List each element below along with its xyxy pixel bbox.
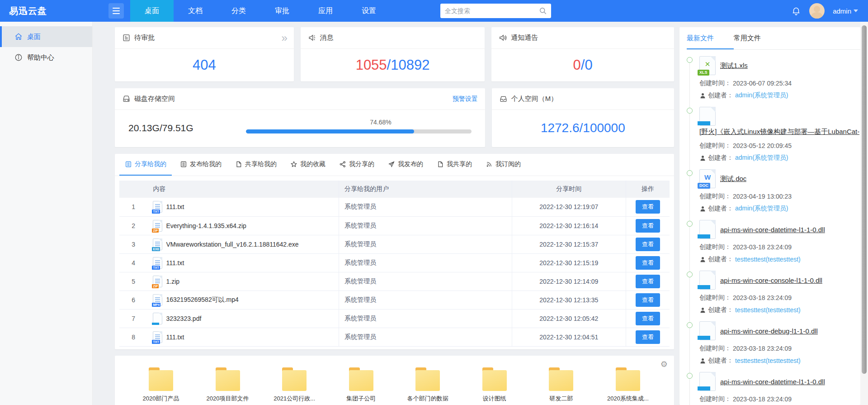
file-name[interactable]: 111.txt [166,203,184,210]
app-logo: 易迅云盘 [0,5,108,17]
share-time: 2022-12-30 12:14:09 [512,272,626,291]
inbox-icon [499,95,508,103]
table-row: 1 TXT111.txt 系统管理员 2022-12-30 12:19:07 查… [119,198,670,216]
creator-link[interactable]: testtesttest(testtesttest) [735,306,801,314]
folder-item[interactable]: 2021公司行政... [267,367,321,403]
file-link[interactable]: 测试1.xls [720,62,748,70]
share-user: 系统管理员 [339,291,512,309]
nav-tab-settings[interactable]: 设置 [347,0,391,22]
creator-link[interactable]: admin(系统管理员) [735,91,788,100]
file-link[interactable]: [野火]《嵌入式Linux镜像构建与部署—基于LubanCat- [699,128,859,136]
personal-space-card: 个人空间（M） 1272.6/100000 [492,88,674,147]
folders-card: ⚙ 2020部门产品 2020项目部文件 2021公司行政... 集团子公司 [115,356,674,405]
file-name[interactable]: 1.zip [166,278,179,285]
creator-link[interactable]: testtesttest(testtesttest) [735,256,801,263]
folder-item[interactable]: 集团子公司 [334,367,388,403]
nav-tab-approval[interactable]: 审批 [260,0,304,22]
tab-published-to-me[interactable]: 发布给我的 [175,154,227,176]
view-button[interactable]: 查看 [636,312,660,325]
file-link[interactable]: api-ms-win-core-datetime-l1-1-0.dll [720,226,825,233]
nav-tab-desktop[interactable]: 桌面 [130,0,174,22]
view-button[interactable]: 查看 [636,330,660,344]
pdf-file-icon [153,313,162,324]
view-button[interactable]: 查看 [636,238,660,251]
share-table-card: 分享给我的 发布给我的 共享给我的 我的收藏 我分享的 [115,154,674,349]
approval-icon [122,33,131,42]
folder-icon [481,367,508,391]
folder-item[interactable]: 2020部门产品 [134,367,188,403]
tab-frequent-files[interactable]: 常用文件 [734,27,781,49]
notification-bell-icon[interactable] [791,6,801,16]
tab-my-subscriptions[interactable]: 我订阅的 [480,154,526,176]
card-title: 个人空间（M） [511,95,558,103]
person-icon [699,357,706,364]
header-user: 分享给我的用户 [339,181,512,198]
generic-file-icon [699,372,716,391]
sidebar-item-desktop[interactable]: 桌面 [0,26,92,47]
tab-coshared-to-me[interactable]: 共享给我的 [230,154,282,176]
search-icon[interactable] [538,6,547,15]
nav-tab-categories[interactable]: 分类 [217,0,260,22]
view-button[interactable]: 查看 [636,275,660,288]
share-user: 系统管理员 [339,272,512,291]
file-name[interactable]: Everything-1.4.1.935.x64.zip [166,222,246,229]
xls-file-icon: ✕XLS [699,56,716,75]
file-link[interactable]: 测试.doc [720,175,746,183]
user-avatar[interactable] [809,3,825,19]
file-link[interactable]: api-ms-win-core-console-l1-1-0.dll [720,276,822,284]
file-name[interactable]: 3232323.pdf [166,315,201,322]
tab-my-coshared[interactable]: 我共享的 [431,154,477,176]
person-icon [699,307,706,314]
menu-toggle-button[interactable] [108,3,124,19]
person-icon [699,256,706,263]
info-icon [14,53,23,62]
file-link[interactable]: api-ms-win-core-datetime-l1-1-0.dll [720,378,825,386]
share-time: 2022-12-30 12:16:14 [512,216,626,235]
folder-icon [547,367,575,391]
share-time: 2022-12-30 12:13:35 [512,291,626,309]
list-item: WDOC 测试.doc 创建时间：2023-04-19 13:00:23 创建者… [687,169,857,220]
person-icon [699,92,706,99]
nav-tab-documents[interactable]: 文档 [174,0,217,22]
nav-tab-apps[interactable]: 应用 [304,0,347,22]
creator-link[interactable]: admin(系统管理员) [735,154,788,162]
doc-file-icon: WDOC [699,169,716,188]
rss-icon [486,161,493,168]
search-input[interactable] [440,4,551,18]
folder-item[interactable]: 2020系统集成... [601,367,655,403]
file-link[interactable]: api-ms-win-core-debug-l1-1-0.dll [720,327,818,335]
file-icon [235,161,242,168]
tab-my-favorites[interactable]: 我的收藏 [285,154,331,176]
file-name[interactable]: 111.txt [166,334,184,341]
expand-icon[interactable]: » [281,33,286,43]
folder-icon [414,367,441,391]
tab-my-published[interactable]: 我发布的 [382,154,429,176]
scrollbar-thumb[interactable] [862,25,867,374]
folder-icon [281,367,308,391]
user-menu[interactable]: admin [833,7,858,15]
tab-latest-files[interactable]: 最新文件 [687,27,734,49]
creator-link[interactable]: testtesttest(testtesttest) [735,357,801,364]
scrollbar-track[interactable] [860,22,868,405]
file-name[interactable]: VMwareworkstation_full_v16.2.1.18811642.… [166,241,298,248]
person-icon [699,205,706,212]
tab-my-shares[interactable]: 我分享的 [334,154,380,176]
username-label: admin [833,7,851,15]
gear-icon[interactable]: ⚙ [660,359,668,369]
alert-settings-link[interactable]: 预警设置 [453,95,478,103]
folder-item[interactable]: 各个部门的数据 [401,367,455,403]
list-icon [180,161,187,168]
tab-shared-to-me[interactable]: 分享给我的 [119,154,172,176]
folder-item[interactable]: 研发二部 [534,367,588,403]
view-button[interactable]: 查看 [636,293,660,307]
folder-item[interactable]: 2020项目部文件 [201,367,255,403]
view-button[interactable]: 查看 [636,219,660,233]
folder-item[interactable]: 设计图纸 [467,367,522,403]
main-content: 待审批 » 404 消息 1055/10892 [93,22,679,405]
sidebar-item-help-center[interactable]: 帮助中心 [0,47,92,68]
creator-link[interactable]: admin(系统管理员) [735,205,788,213]
view-button[interactable]: 查看 [636,200,660,214]
view-button[interactable]: 查看 [636,256,660,270]
file-name[interactable]: 111.txt [166,259,184,267]
file-name[interactable]: 1632195269582可以.mp4 [166,296,238,304]
